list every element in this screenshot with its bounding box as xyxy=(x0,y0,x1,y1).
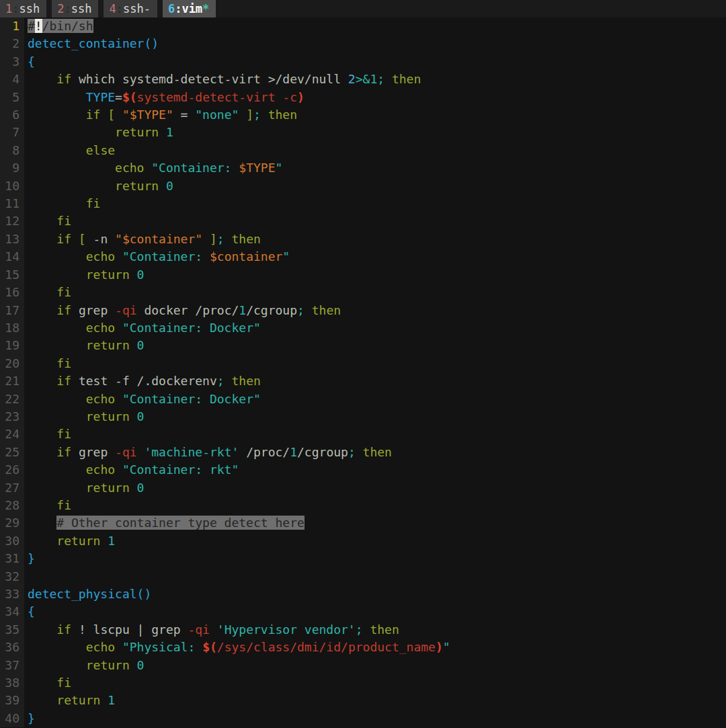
code-line[interactable]: 11 fi xyxy=(0,195,726,212)
token-kw: fi xyxy=(56,498,71,512)
tmux-window-tab-1[interactable]: 1:ssh xyxy=(0,0,46,17)
token-kw: return xyxy=(86,338,130,352)
token-var: $container xyxy=(210,249,282,264)
token-ws xyxy=(28,125,115,139)
token-teal: 1 xyxy=(290,445,297,459)
token-teal: 0 xyxy=(137,658,145,672)
code-line[interactable]: 24 fi xyxy=(0,426,726,443)
code-line[interactable]: 2detect_container() xyxy=(0,35,726,52)
line-number: 29 xyxy=(0,514,24,532)
code-text: if grep -qi 'machine-rkt' /proc/1/cgroup… xyxy=(24,444,392,461)
code-line[interactable]: 31} xyxy=(0,550,726,567)
token-kw: return xyxy=(86,481,130,495)
code-line[interactable]: 22 echo "Container: Docker" xyxy=(0,391,726,408)
code-text: echo "Container: $container" xyxy=(24,248,290,266)
code-line[interactable]: 21 if test -f /.dockerenv; then xyxy=(0,372,726,390)
code-line[interactable]: 33detect_physical() xyxy=(0,585,726,603)
code-line[interactable]: 29 # Other container type detect here xyxy=(0,514,726,532)
code-text: if [ "$TYPE" = "none" ]; then xyxy=(24,106,297,124)
code-text xyxy=(24,568,28,585)
token-kw: then xyxy=(268,108,297,122)
token-red: -qi xyxy=(115,303,137,317)
token-txt xyxy=(356,445,363,459)
code-line[interactable]: 40} xyxy=(0,710,726,727)
token-ws xyxy=(28,108,86,122)
line-number: 40 xyxy=(0,710,24,727)
code-text: return 0 xyxy=(24,408,144,426)
token-ws xyxy=(28,285,56,299)
code-line[interactable]: 35 if ! lscpu | grep -qi 'Hypervisor ven… xyxy=(0,621,726,639)
code-line[interactable]: 34{ xyxy=(0,603,726,620)
token-ws xyxy=(28,534,56,548)
code-text: fi xyxy=(24,212,71,230)
tmux-window-tab-6[interactable]: 6:vim* xyxy=(163,0,216,17)
token-kw: if xyxy=(56,374,71,388)
code-line[interactable]: 19 return 0 xyxy=(0,337,726,354)
code-line[interactable]: 5 TYPE=$(systemd-detect-virt -c) xyxy=(0,89,726,106)
code-line[interactable]: 1#!/bin/sh xyxy=(0,17,726,35)
token-ws xyxy=(28,72,56,86)
code-line[interactable]: 13 if [ -n "$container" ]; then xyxy=(0,231,726,248)
code-line[interactable]: 3{ xyxy=(0,53,726,71)
token-kw: if [ xyxy=(56,232,85,246)
code-line[interactable]: 32 xyxy=(0,568,726,585)
token-fn: TYPE xyxy=(86,90,115,104)
code-line[interactable]: 15 return 0 xyxy=(0,266,726,284)
token-kw: fi xyxy=(56,285,71,299)
code-line[interactable]: 27 return 0 xyxy=(0,479,726,497)
code-line[interactable]: 8 else xyxy=(0,142,726,159)
code-text: fi xyxy=(24,355,71,372)
token-ws xyxy=(28,143,86,157)
code-line[interactable]: 7 return 1 xyxy=(0,124,726,141)
code-line[interactable]: 38 fi xyxy=(0,674,726,692)
code-line[interactable]: 17 if grep -qi docker /proc/1/cgroup; th… xyxy=(0,302,726,319)
token-ws xyxy=(28,268,86,282)
token-txt xyxy=(144,161,151,175)
code-line[interactable]: 16 fi xyxy=(0,284,726,301)
current-line-number: 1 xyxy=(0,17,24,35)
token-kw: return xyxy=(115,125,159,139)
token-txt xyxy=(115,249,122,264)
token-ws xyxy=(28,249,86,264)
tmux-window-tab-2[interactable]: 2:ssh xyxy=(52,0,98,17)
token-txt xyxy=(100,534,108,548)
token-teal: ; xyxy=(348,445,356,459)
code-line[interactable]: 20 fi xyxy=(0,355,726,372)
token-txt: ! lscpu | grep xyxy=(71,622,188,637)
line-number: 39 xyxy=(0,692,24,709)
line-number: 20 xyxy=(0,355,24,372)
tmux-window-tab-4[interactable]: 4:ssh- xyxy=(104,0,157,17)
code-line[interactable]: 18 echo "Container: Docker" xyxy=(0,319,726,337)
code-line[interactable]: 30 return 1 xyxy=(0,532,726,550)
token-txt xyxy=(210,622,217,637)
token-teal: 0 xyxy=(137,268,145,282)
token-teal: ; xyxy=(297,303,305,317)
code-line[interactable]: 6 if [ "$TYPE" = "none" ]; then xyxy=(0,106,726,124)
code-line[interactable]: 12 fi xyxy=(0,212,726,230)
token-txt xyxy=(130,409,137,423)
code-line[interactable]: 36 echo "Physical: $(/sys/class/dmi/id/p… xyxy=(0,639,726,656)
token-txt xyxy=(137,445,145,459)
token-kw: return xyxy=(86,658,130,672)
line-number: 31 xyxy=(0,550,24,567)
code-line[interactable]: 25 if grep -qi 'machine-rkt' /proc/1/cgr… xyxy=(0,444,726,461)
line-number: 14 xyxy=(0,248,24,266)
token-ws xyxy=(28,161,115,175)
code-line[interactable]: 37 return 0 xyxy=(0,657,726,674)
code-line[interactable]: 10 return 0 xyxy=(0,177,726,195)
code-line[interactable]: 28 fi xyxy=(0,497,726,514)
vim-editor[interactable]: 1#!/bin/sh2detect_container()3{4 if whic… xyxy=(0,17,726,727)
line-number: 2 xyxy=(0,35,24,52)
token-red: -qi xyxy=(115,445,137,459)
code-line[interactable]: 23 return 0 xyxy=(0,408,726,426)
code-line[interactable]: 26 echo "Container: rkt" xyxy=(0,461,726,479)
code-line[interactable]: 4 if which systemd-detect-virt >/dev/nul… xyxy=(0,71,726,88)
code-line[interactable]: 39 return 1 xyxy=(0,692,726,709)
line-number: 13 xyxy=(0,231,24,248)
code-text: return 0 xyxy=(24,657,144,674)
line-number: 8 xyxy=(0,142,24,159)
tab-separator: : xyxy=(175,0,182,17)
code-line[interactable]: 9 echo "Container: $TYPE" xyxy=(0,159,726,177)
code-line[interactable]: 14 echo "Container: $container" xyxy=(0,248,726,266)
token-txt: which systemd-detect-virt >/dev/null xyxy=(71,72,348,86)
